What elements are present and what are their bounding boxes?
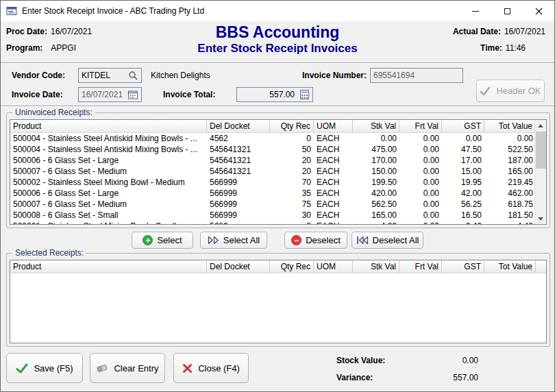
variance-label: Variance: (336, 373, 373, 382)
column-header[interactable]: Del Docket (207, 260, 270, 273)
separator-line (1, 62, 554, 64)
table-cell: 0.00 (399, 155, 442, 166)
table-cell: 0.00 (442, 133, 484, 144)
table-cell: 0.00 (353, 133, 399, 144)
table-cell: 5689 (207, 221, 270, 224)
clear-entry-button[interactable]: Clear Entry (90, 353, 165, 383)
column-header[interactable]: Tot Value (484, 260, 536, 273)
deselect-all-button[interactable]: Deselect All (352, 232, 423, 249)
table-row[interactable]: 500001 - Stainless Steel Mixing Bowl - S… (10, 221, 534, 224)
table-row[interactable]: 500008 - 6 Glass Set - Small56699930EACH… (10, 210, 534, 221)
column-header[interactable]: GST (442, 260, 484, 273)
save-button[interactable]: Save (F5) (6, 353, 83, 383)
table-cell: 17.00 (442, 155, 484, 166)
table-cell: 475.00 (353, 144, 399, 155)
selected-grid-main: ProductDel DocketQty RecUOMStk ValFrt Va… (10, 260, 546, 343)
select-all-button[interactable]: Select All (200, 232, 267, 249)
table-cell: 35 (270, 188, 314, 199)
vendor-code-input[interactable]: KITDEL (78, 68, 142, 83)
invoice-number-input[interactable]: 695541694 (370, 68, 463, 83)
column-header[interactable]: Frt Val (399, 120, 442, 132)
table-cell: 500004 - Stainless Steel Antiskid Mixing… (10, 133, 207, 144)
table-cell: 20 (270, 166, 314, 177)
table-row[interactable]: 500007 - 6 Glass Set - Medium56699975EAC… (10, 199, 534, 210)
minimize-icon (472, 11, 479, 12)
table-row[interactable]: 500006 - 6 Glass Set - Large54564132120E… (10, 155, 534, 166)
table-cell: 75 (270, 199, 314, 210)
window-title: Enter Stock Receipt Invoice - ABC Tradin… (22, 6, 204, 16)
deselect-button[interactable]: − Deselect (284, 232, 347, 249)
header-ok-button[interactable]: Header OK (476, 79, 545, 102)
table-cell: 500006 - 6 Glass Set - Large (10, 155, 207, 166)
table-cell: EACH (314, 144, 353, 155)
uninvoiced-group: Uninvoiced Receipts: ProductDel DocketQt… (6, 112, 550, 228)
maximize-button[interactable] (491, 1, 523, 21)
table-cell: -2 (270, 221, 314, 224)
column-header[interactable]: UOM (314, 260, 353, 273)
table-cell: 42.00 (442, 188, 484, 199)
column-header[interactable]: Tot Value (484, 120, 534, 132)
scroll-down-button[interactable] (535, 213, 546, 224)
column-header[interactable]: Qty Rec (270, 260, 314, 273)
date-picker-button[interactable] (126, 88, 140, 101)
table-cell: 566999 (207, 177, 270, 188)
select-button[interactable]: + Select (132, 232, 193, 249)
scrollbar-thumb[interactable] (536, 132, 546, 169)
action-buttons: + Select Select All − Deselect Deselect … (1, 232, 554, 249)
table-cell: 500007 - 6 Glass Set - Medium (10, 199, 207, 210)
table-cell: 50 (270, 144, 314, 155)
uninvoiced-header: ProductDel DocketQty RecUOMStk ValFrt Va… (10, 120, 534, 133)
double-arrow-left-icon (356, 236, 369, 245)
minimize-button[interactable] (460, 1, 491, 21)
invoice-date-label: Invoice Date: (12, 90, 63, 99)
time-value: 11:46 (506, 43, 526, 53)
table-cell: 199.50 (353, 177, 399, 188)
actual-date-label: Actual Date: (453, 27, 501, 36)
uninvoiced-scrollbar[interactable] (534, 120, 546, 224)
selected-body (10, 273, 546, 343)
table-row[interactable]: 500002 - Stainless Steel Mixing Bowl - M… (10, 177, 534, 188)
column-header[interactable]: Product (10, 120, 207, 132)
table-cell: 618.75 (484, 199, 534, 210)
invoice-total-input[interactable]: 557.00 (236, 87, 313, 102)
table-cell: 30 (270, 210, 314, 221)
check-icon (16, 363, 28, 373)
invoice-date-input[interactable]: 16/07/2021 (78, 87, 142, 102)
column-header[interactable]: GST (442, 120, 484, 132)
close-form-button[interactable]: Close (F4) (173, 353, 249, 383)
close-icon (535, 8, 543, 15)
column-header[interactable]: Product (10, 260, 207, 273)
table-cell: -4.40 (484, 221, 534, 224)
time: Time: 11:46 (480, 43, 526, 53)
table-cell: 500001 - Stainless Steel Mixing Bowl - S… (10, 221, 207, 224)
check-icon (480, 86, 491, 96)
save-label: Save (F5) (34, 363, 73, 373)
table-cell: EACH (314, 188, 353, 199)
table-cell: 170.00 (353, 155, 399, 166)
actual-date: Actual Date: 16/07/2021 (453, 27, 545, 36)
vendor-lookup-button[interactable] (126, 69, 140, 82)
plus-circle-icon: + (143, 235, 153, 245)
column-header[interactable]: Del Docket (207, 120, 270, 132)
arrow-up-icon (538, 124, 543, 127)
variance-value: 557.00 (405, 373, 478, 382)
table-cell: EACH (314, 177, 353, 188)
table-row[interactable]: 500006 - 6 Glass Set - Large56699935EACH… (10, 188, 534, 199)
table-cell: 562.50 (353, 199, 399, 210)
table-cell: 522.50 (484, 144, 534, 155)
table-row[interactable]: 500007 - 6 Glass Set - Medium54564132120… (10, 166, 534, 177)
column-header[interactable]: Qty Rec (270, 120, 314, 132)
calculator-button[interactable] (297, 88, 311, 101)
selected-table: ProductDel DocketQty RecUOMStk ValFrt Va… (10, 260, 547, 343)
column-header[interactable]: Frt Val (399, 260, 442, 273)
minus-circle-icon: − (291, 235, 301, 245)
column-header[interactable]: Stk Val (353, 120, 399, 132)
scroll-up-button[interactable] (535, 120, 546, 131)
uninvoiced-grid-main: ProductDel DocketQty RecUOMStk ValFrt Va… (10, 120, 534, 224)
column-header[interactable]: UOM (314, 120, 353, 132)
table-row[interactable]: 500004 - Stainless Steel Antiskid Mixing… (10, 144, 534, 155)
table-cell: 566999 (207, 210, 270, 221)
column-header[interactable]: Stk Val (353, 260, 399, 273)
close-button[interactable] (523, 1, 554, 21)
table-row[interactable]: 500004 - Stainless Steel Antiskid Mixing… (10, 133, 534, 144)
